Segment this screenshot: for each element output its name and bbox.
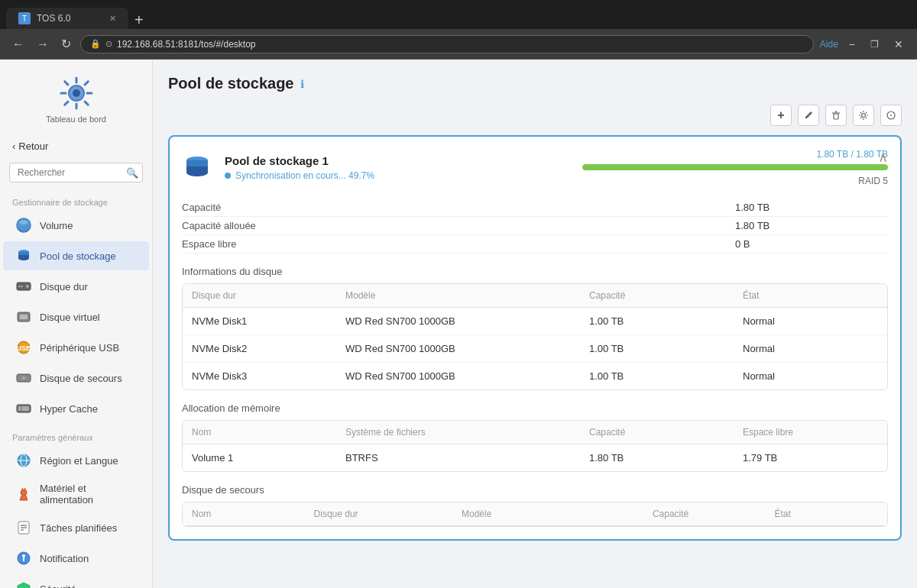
- toolbar: +: [168, 105, 902, 126]
- sidebar-item-pool[interactable]: Pool de stockage: [3, 241, 149, 270]
- memory-title: Allocation de mémoire: [182, 402, 888, 414]
- pool-icon: [15, 247, 32, 264]
- address-text: 192.168.68.51:8181/tos/#/desktop: [117, 39, 255, 50]
- sidebar-item-cache[interactable]: Hyper Cache: [3, 394, 149, 423]
- pool-header: Pool de stockage 1 Synchronisation en co…: [170, 137, 900, 199]
- close-button[interactable]: ✕: [889, 37, 908, 52]
- edit-button[interactable]: [798, 105, 819, 126]
- model-cell: WD Red SN700 1000GB: [336, 363, 580, 389]
- vdisk-icon: [15, 309, 32, 325]
- state-cell: Normal: [734, 363, 887, 389]
- pool-card-icon: [182, 153, 212, 183]
- volume-label: Volume: [40, 220, 73, 231]
- minimize-button[interactable]: −: [844, 37, 860, 52]
- pool-right: 1.80 TB / 1.80 TB RAID 5: [582, 149, 888, 186]
- sidebar-item-security[interactable]: Sécurité: [3, 574, 149, 588]
- pool-storage: 1.80 TB / 1.80 TB: [816, 149, 888, 160]
- tab-label: TOS 6.0: [37, 13, 70, 24]
- tab-close-button[interactable]: ✕: [109, 14, 116, 24]
- region-label: Région et Langue: [40, 455, 118, 467]
- tasks-label: Tâches planifiées: [40, 522, 117, 534]
- spare-name-header: Nom: [183, 502, 305, 525]
- tasks-icon: [15, 519, 32, 536]
- sidebar-item-volume[interactable]: Volume: [3, 211, 149, 240]
- active-tab[interactable]: T TOS 6.0 ✕: [6, 8, 128, 29]
- state-cell: Normal: [734, 308, 887, 334]
- sidebar-item-region[interactable]: Région et Langue: [3, 446, 149, 475]
- forward-button[interactable]: →: [34, 34, 52, 54]
- search-input[interactable]: [9, 163, 143, 183]
- cache-label: Hyper Cache: [40, 403, 98, 415]
- nav-right: Aide − ❐ ✕: [820, 37, 908, 52]
- free-value: 0 B: [735, 238, 888, 250]
- cache-icon: [15, 400, 32, 417]
- pool-details: Capacité 1.80 TB Capacité allouée 1.80 T…: [170, 199, 900, 539]
- disk-cell: NVMe Disk1: [183, 308, 336, 334]
- capacity-row: Capacité 1.80 TB: [182, 199, 888, 217]
- general-section-title: Paramètres généraux: [0, 424, 152, 445]
- info-icon[interactable]: ℹ: [300, 78, 304, 90]
- free-col-header: Espace libre: [734, 421, 887, 444]
- fs-col-header: Système de fichiers: [336, 421, 580, 444]
- sidebar-item-usb[interactable]: USB Périphérique USB: [3, 333, 149, 362]
- vdisk-label: Disque virtuel: [40, 312, 100, 323]
- state-cell: Normal: [734, 335, 887, 362]
- page-title: Pool de stockage: [168, 75, 294, 92]
- capacity-value: 1.80 TB: [735, 202, 888, 213]
- new-tab-button[interactable]: +: [128, 11, 150, 29]
- svg-point-34: [890, 115, 892, 116]
- back-nav[interactable]: ‹ Retour: [0, 136, 152, 157]
- svg-point-21: [21, 489, 27, 496]
- back-button[interactable]: ←: [9, 34, 28, 54]
- search-icon[interactable]: 🔍: [126, 167, 138, 179]
- sidebar: Tableau de bord ‹ Retour 🔍 Gestionnaire …: [0, 60, 153, 588]
- fs-cell: BTRFS: [336, 444, 580, 471]
- disk-col-header: Disque dur: [183, 284, 336, 307]
- sidebar-item-hdd[interactable]: Disque dur: [3, 272, 149, 301]
- cap-cell: 1.00 TB: [580, 363, 734, 389]
- spare-table-header: Nom Disque dur Modèle Capacité État: [183, 502, 887, 526]
- alloc-value: 1.80 TB: [735, 220, 888, 231]
- more-button[interactable]: [880, 105, 902, 126]
- sidebar-item-hardware[interactable]: Matériel et alimentation: [3, 477, 149, 512]
- pool-status-text: Synchronisation en cours... 49.7%: [235, 170, 374, 181]
- sidebar-item-notification[interactable]: Notification: [3, 544, 149, 573]
- refresh-button[interactable]: ↻: [58, 34, 74, 54]
- memory-table-header: Nom Système de fichiers Capacité Espace …: [183, 421, 887, 444]
- help-link[interactable]: Aide: [820, 39, 838, 50]
- app-area: Tableau de bord ‹ Retour 🔍 Gestionnaire …: [0, 60, 917, 588]
- page-header: Pool de stockage ℹ: [168, 75, 902, 92]
- collapse-button[interactable]: ∧: [878, 149, 888, 166]
- restore-button[interactable]: ❐: [866, 37, 883, 51]
- add-button[interactable]: +: [770, 105, 792, 126]
- capacity-label: Capacité: [182, 202, 221, 213]
- progress-bar: [582, 164, 888, 170]
- svg-text:USB: USB: [16, 344, 31, 352]
- capacity-col-header: Capacité: [580, 284, 734, 307]
- address-bar[interactable]: 🔒 ⊙ 192.168.68.51:8181/tos/#/desktop: [80, 35, 814, 53]
- disk-cell: NVMe Disk2: [183, 335, 336, 362]
- delete-button[interactable]: [825, 105, 847, 126]
- mem-cap-col-header: Capacité: [580, 421, 734, 444]
- pool-name: Pool de stockage 1: [225, 154, 570, 167]
- sidebar-item-vdisk[interactable]: Disque virtuel: [3, 302, 149, 331]
- sidebar-logo: Tableau de bord: [0, 69, 152, 136]
- disk-cell: NVMe Disk3: [183, 363, 336, 389]
- svg-point-32: [862, 114, 866, 118]
- hardware-label: Matériel et alimentation: [40, 483, 137, 506]
- table-row: Volume 1 BTRFS 1.80 TB 1.79 TB: [183, 444, 887, 471]
- notification-label: Notification: [40, 553, 89, 564]
- spare-section: Disque de secours Nom Disque dur Modèle …: [182, 484, 888, 527]
- raid-type-label: RAID 5: [858, 176, 888, 186]
- security-icon: 🔒: [90, 39, 101, 49]
- progress-fill: [582, 164, 888, 170]
- notif-icon: [15, 550, 32, 567]
- sidebar-item-spare[interactable]: Disque de secours: [3, 363, 149, 393]
- free-row: Espace libre 0 B: [182, 235, 888, 254]
- settings-button[interactable]: [853, 105, 874, 126]
- disk-info-title: Informations du disque: [182, 266, 888, 277]
- dashboard-icon: [58, 75, 95, 111]
- alloc-row: Capacité allouée 1.80 TB: [182, 217, 888, 235]
- free-label: Espace libre: [182, 238, 237, 250]
- sidebar-item-tasks[interactable]: Tâches planifiées: [3, 513, 149, 542]
